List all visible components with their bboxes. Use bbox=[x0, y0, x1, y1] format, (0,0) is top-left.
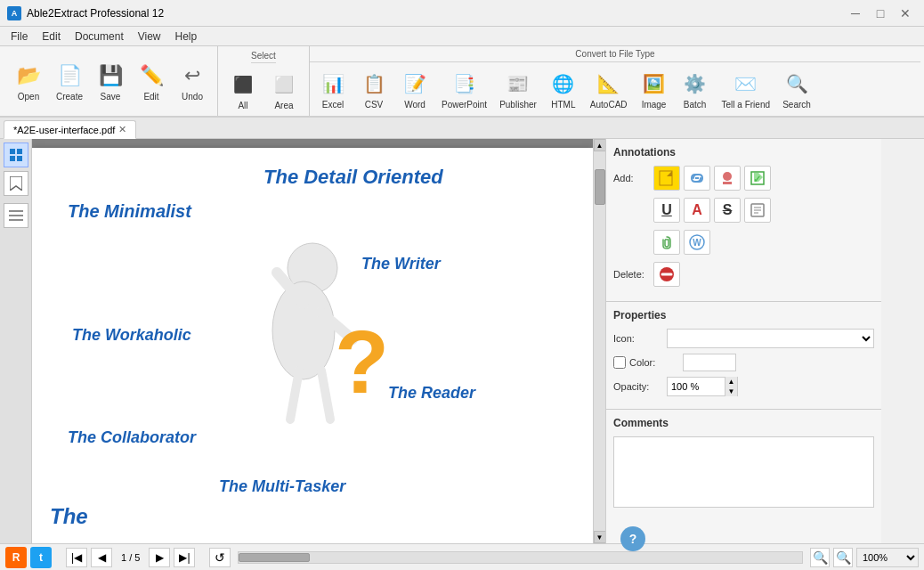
word-button[interactable]: 📝 Word bbox=[395, 66, 434, 113]
help-button[interactable]: ? bbox=[620, 526, 645, 551]
highlight-button[interactable]: ✓ bbox=[744, 166, 771, 191]
opacity-up-button[interactable]: ▲ bbox=[725, 377, 737, 387]
viewer-wrapper: ? The Detail Oriented The Minimalist The… bbox=[32, 139, 605, 543]
autocad-button[interactable]: 📐 AutoCAD bbox=[585, 66, 633, 113]
bookmark-button[interactable] bbox=[4, 171, 28, 196]
horizontal-scrollbar[interactable] bbox=[238, 551, 803, 564]
spinner-buttons: ▲ ▼ bbox=[725, 377, 737, 396]
tell-a-friend-icon: ✉️ bbox=[732, 69, 760, 98]
csv-icon: 📋 bbox=[360, 69, 388, 98]
prev-page-button[interactable]: ◀ bbox=[91, 548, 112, 567]
watermark-icon: W bbox=[688, 233, 706, 251]
delete-icon bbox=[658, 265, 676, 283]
scroll-thumb[interactable] bbox=[595, 169, 605, 205]
area-button[interactable]: ⬜ Area bbox=[264, 67, 304, 114]
opacity-down-button[interactable]: ▼ bbox=[725, 387, 737, 396]
app-icon: A bbox=[7, 6, 21, 20]
zoom-out-button[interactable]: 🔍 bbox=[810, 548, 830, 567]
menu-document[interactable]: Document bbox=[68, 28, 131, 45]
open-button[interactable]: 📂 Open bbox=[9, 58, 48, 105]
minimize-button[interactable]: ─ bbox=[844, 4, 867, 23]
zoom-in-button[interactable]: 🔍 bbox=[833, 548, 853, 567]
batch-button[interactable]: ⚙️ Batch bbox=[676, 66, 715, 113]
twitter-icon: t bbox=[30, 547, 52, 568]
icon-select[interactable] bbox=[667, 329, 874, 348]
annotation-add-tools2: U A S bbox=[653, 198, 771, 223]
first-page-button[interactable]: |◀ bbox=[66, 548, 87, 567]
annotations-title: Annotations bbox=[613, 146, 874, 159]
excel-button[interactable]: 📊 Excel bbox=[313, 66, 353, 113]
all-button[interactable]: ⬛ All bbox=[223, 67, 263, 114]
html-button[interactable]: 🌐 HTML bbox=[544, 66, 583, 113]
hscroll-thumb[interactable] bbox=[239, 553, 310, 562]
delete-button[interactable] bbox=[653, 262, 680, 287]
stamp-button[interactable] bbox=[714, 166, 741, 191]
scroll-down-button[interactable]: ▼ bbox=[594, 531, 606, 543]
svg-rect-3 bbox=[17, 156, 22, 161]
search-button[interactable]: 🔍 Search bbox=[777, 66, 816, 113]
thumbnail-view-button[interactable] bbox=[4, 142, 28, 167]
svg-rect-2 bbox=[10, 156, 15, 161]
pdf-viewer: ? The Detail Oriented The Minimalist The… bbox=[32, 139, 593, 543]
left-panel bbox=[0, 139, 32, 543]
svg-rect-19 bbox=[723, 182, 732, 184]
icon-property-row: Icon: bbox=[613, 329, 874, 348]
annotation-add-row2: U A S bbox=[653, 198, 874, 223]
publisher-button[interactable]: 📰 Publisher bbox=[494, 66, 542, 113]
opacity-input[interactable] bbox=[668, 381, 725, 392]
menu-view[interactable]: View bbox=[131, 28, 168, 45]
create-button[interactable]: 📄 Create bbox=[50, 58, 89, 105]
opacity-spinner[interactable]: ▲ ▼ bbox=[667, 377, 738, 396]
underline-button[interactable]: U bbox=[653, 198, 680, 223]
link-button[interactable] bbox=[684, 166, 710, 191]
watermark-button[interactable]: W bbox=[684, 230, 710, 255]
rotate-button[interactable]: ↺ bbox=[209, 548, 231, 567]
color-checkbox[interactable] bbox=[613, 356, 626, 369]
tab-document[interactable]: *A2E-user-interface.pdf ✕ bbox=[4, 120, 136, 139]
convert-section: Convert to File Type 📊 Excel 📋 CSV 📝 Wor… bbox=[310, 46, 920, 116]
powerpoint-button[interactable]: 📑 PowerPoint bbox=[436, 66, 492, 113]
undo-button[interactable]: ↩ Undo bbox=[173, 58, 212, 105]
maximize-button[interactable]: □ bbox=[869, 4, 892, 23]
svg-line-12 bbox=[290, 370, 299, 419]
sticky-note-button[interactable] bbox=[653, 166, 680, 191]
strikethrough-button[interactable]: S bbox=[714, 198, 741, 223]
all-icon: ⬛ bbox=[229, 70, 257, 99]
properties-title: Properties bbox=[613, 309, 874, 322]
next-page-button[interactable]: ▶ bbox=[149, 548, 170, 567]
csv-button[interactable]: 📋 CSV bbox=[354, 66, 393, 113]
menu-help[interactable]: Help bbox=[168, 28, 205, 45]
menu-file[interactable]: File bbox=[4, 28, 35, 45]
tell-a-friend-button[interactable]: ✉️ Tell a Friend bbox=[717, 66, 775, 113]
opacity-property-label: Opacity: bbox=[613, 381, 667, 392]
properties-panel: Properties Icon: Color: Opacity: bbox=[606, 301, 881, 409]
save-button[interactable]: 💾 Save bbox=[91, 58, 130, 105]
select-label: Select bbox=[251, 49, 276, 63]
paperclip-button[interactable] bbox=[653, 230, 680, 255]
color-picker[interactable] bbox=[683, 354, 736, 371]
zoom-select[interactable]: 50% 75% 100% 125% 150% 200% bbox=[856, 548, 919, 567]
publisher-icon: 📰 bbox=[504, 69, 532, 98]
tab-close-button[interactable]: ✕ bbox=[118, 124, 126, 135]
color-property-label: Color: bbox=[629, 357, 683, 368]
strikethrough-icon: S bbox=[723, 202, 733, 218]
stamp-icon bbox=[719, 170, 735, 186]
scroll-up-button[interactable]: ▲ bbox=[594, 139, 606, 151]
text-color-button[interactable]: A bbox=[684, 198, 710, 223]
menu-edit[interactable]: Edit bbox=[35, 28, 68, 45]
image-button[interactable]: 🖼️ Image bbox=[635, 66, 674, 113]
create-icon: 📄 bbox=[55, 61, 84, 90]
close-button[interactable]: ✕ bbox=[894, 4, 917, 23]
color-property-row: Color: bbox=[613, 354, 874, 371]
annotation-add-tools3: W bbox=[653, 230, 710, 255]
image-icon: 🖼️ bbox=[640, 69, 669, 98]
comments-textarea[interactable] bbox=[613, 436, 874, 508]
right-panel: Annotations Add: bbox=[605, 139, 881, 543]
note-button[interactable] bbox=[744, 198, 771, 223]
edit-button[interactable]: ✏️ Edit bbox=[132, 58, 171, 105]
open-icon: 📂 bbox=[14, 61, 43, 90]
add-label: Add: bbox=[613, 173, 653, 183]
layers-button[interactable] bbox=[4, 203, 28, 228]
vertical-scrollbar[interactable]: ▲ ▼ bbox=[593, 139, 605, 543]
last-page-button[interactable]: ▶| bbox=[174, 548, 195, 567]
